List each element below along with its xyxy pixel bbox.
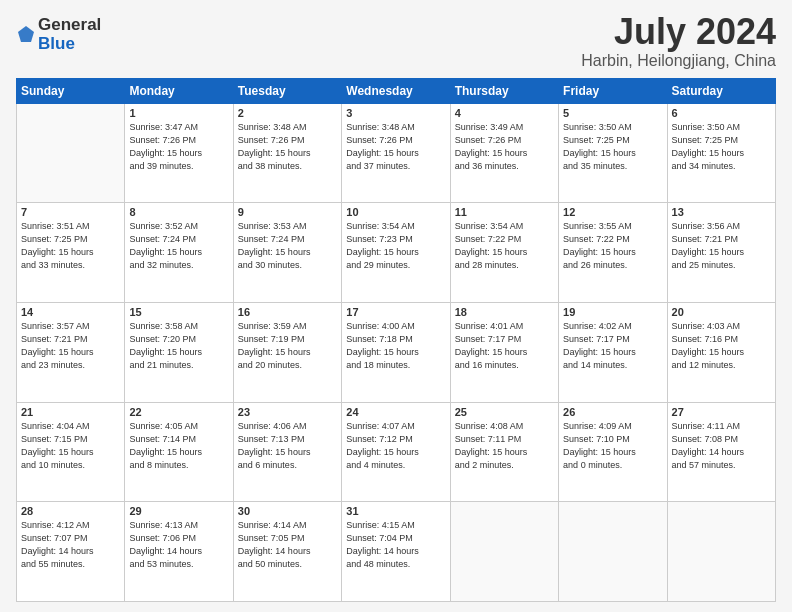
week-row-4: 21Sunrise: 4:04 AMSunset: 7:15 PMDayligh… bbox=[17, 402, 776, 502]
logo-blue: Blue bbox=[38, 35, 101, 54]
day-number: 4 bbox=[455, 107, 554, 119]
day-info: Sunrise: 3:47 AMSunset: 7:26 PMDaylight:… bbox=[129, 121, 228, 173]
day-info: Sunrise: 4:01 AMSunset: 7:17 PMDaylight:… bbox=[455, 320, 554, 372]
calendar-cell: 23Sunrise: 4:06 AMSunset: 7:13 PMDayligh… bbox=[233, 402, 341, 502]
day-number: 26 bbox=[563, 406, 662, 418]
calendar-cell: 8Sunrise: 3:52 AMSunset: 7:24 PMDaylight… bbox=[125, 203, 233, 303]
day-info: Sunrise: 3:50 AMSunset: 7:25 PMDaylight:… bbox=[563, 121, 662, 173]
day-number: 19 bbox=[563, 306, 662, 318]
day-info: Sunrise: 3:50 AMSunset: 7:25 PMDaylight:… bbox=[672, 121, 771, 173]
day-info: Sunrise: 4:14 AMSunset: 7:05 PMDaylight:… bbox=[238, 519, 337, 571]
weekday-header-friday: Friday bbox=[559, 78, 667, 103]
week-row-3: 14Sunrise: 3:57 AMSunset: 7:21 PMDayligh… bbox=[17, 302, 776, 402]
day-number: 8 bbox=[129, 206, 228, 218]
calendar-cell: 5Sunrise: 3:50 AMSunset: 7:25 PMDaylight… bbox=[559, 103, 667, 203]
day-number: 12 bbox=[563, 206, 662, 218]
calendar-table: SundayMondayTuesdayWednesdayThursdayFrid… bbox=[16, 78, 776, 602]
day-info: Sunrise: 4:00 AMSunset: 7:18 PMDaylight:… bbox=[346, 320, 445, 372]
day-info: Sunrise: 3:59 AMSunset: 7:19 PMDaylight:… bbox=[238, 320, 337, 372]
day-info: Sunrise: 4:09 AMSunset: 7:10 PMDaylight:… bbox=[563, 420, 662, 472]
calendar-cell: 18Sunrise: 4:01 AMSunset: 7:17 PMDayligh… bbox=[450, 302, 558, 402]
day-info: Sunrise: 3:49 AMSunset: 7:26 PMDaylight:… bbox=[455, 121, 554, 173]
day-number: 27 bbox=[672, 406, 771, 418]
day-info: Sunrise: 3:52 AMSunset: 7:24 PMDaylight:… bbox=[129, 220, 228, 272]
week-row-2: 7Sunrise: 3:51 AMSunset: 7:25 PMDaylight… bbox=[17, 203, 776, 303]
calendar-cell: 27Sunrise: 4:11 AMSunset: 7:08 PMDayligh… bbox=[667, 402, 775, 502]
day-info: Sunrise: 4:11 AMSunset: 7:08 PMDaylight:… bbox=[672, 420, 771, 472]
header: General Blue July 2024 Harbin, Heilongji… bbox=[16, 12, 776, 70]
week-row-5: 28Sunrise: 4:12 AMSunset: 7:07 PMDayligh… bbox=[17, 502, 776, 602]
day-number: 18 bbox=[455, 306, 554, 318]
day-info: Sunrise: 3:55 AMSunset: 7:22 PMDaylight:… bbox=[563, 220, 662, 272]
calendar-cell: 13Sunrise: 3:56 AMSunset: 7:21 PMDayligh… bbox=[667, 203, 775, 303]
day-number: 14 bbox=[21, 306, 120, 318]
day-info: Sunrise: 3:54 AMSunset: 7:23 PMDaylight:… bbox=[346, 220, 445, 272]
calendar-cell: 12Sunrise: 3:55 AMSunset: 7:22 PMDayligh… bbox=[559, 203, 667, 303]
day-info: Sunrise: 4:02 AMSunset: 7:17 PMDaylight:… bbox=[563, 320, 662, 372]
calendar-cell: 22Sunrise: 4:05 AMSunset: 7:14 PMDayligh… bbox=[125, 402, 233, 502]
weekday-header-tuesday: Tuesday bbox=[233, 78, 341, 103]
day-info: Sunrise: 3:54 AMSunset: 7:22 PMDaylight:… bbox=[455, 220, 554, 272]
calendar-cell: 26Sunrise: 4:09 AMSunset: 7:10 PMDayligh… bbox=[559, 402, 667, 502]
day-info: Sunrise: 4:03 AMSunset: 7:16 PMDaylight:… bbox=[672, 320, 771, 372]
calendar-cell: 7Sunrise: 3:51 AMSunset: 7:25 PMDaylight… bbox=[17, 203, 125, 303]
calendar-cell: 25Sunrise: 4:08 AMSunset: 7:11 PMDayligh… bbox=[450, 402, 558, 502]
calendar-cell: 30Sunrise: 4:14 AMSunset: 7:05 PMDayligh… bbox=[233, 502, 341, 602]
title-block: July 2024 Harbin, Heilongjiang, China bbox=[581, 12, 776, 70]
calendar-cell: 17Sunrise: 4:00 AMSunset: 7:18 PMDayligh… bbox=[342, 302, 450, 402]
calendar-cell bbox=[667, 502, 775, 602]
day-info: Sunrise: 4:06 AMSunset: 7:13 PMDaylight:… bbox=[238, 420, 337, 472]
day-number: 6 bbox=[672, 107, 771, 119]
day-info: Sunrise: 4:07 AMSunset: 7:12 PMDaylight:… bbox=[346, 420, 445, 472]
day-number: 16 bbox=[238, 306, 337, 318]
calendar-page: General Blue July 2024 Harbin, Heilongji… bbox=[0, 0, 792, 612]
calendar-cell: 2Sunrise: 3:48 AMSunset: 7:26 PMDaylight… bbox=[233, 103, 341, 203]
week-row-1: 1Sunrise: 3:47 AMSunset: 7:26 PMDaylight… bbox=[17, 103, 776, 203]
day-number: 5 bbox=[563, 107, 662, 119]
day-number: 17 bbox=[346, 306, 445, 318]
calendar-cell: 19Sunrise: 4:02 AMSunset: 7:17 PMDayligh… bbox=[559, 302, 667, 402]
weekday-header-monday: Monday bbox=[125, 78, 233, 103]
day-info: Sunrise: 3:51 AMSunset: 7:25 PMDaylight:… bbox=[21, 220, 120, 272]
calendar-cell: 21Sunrise: 4:04 AMSunset: 7:15 PMDayligh… bbox=[17, 402, 125, 502]
calendar-cell: 15Sunrise: 3:58 AMSunset: 7:20 PMDayligh… bbox=[125, 302, 233, 402]
day-number: 10 bbox=[346, 206, 445, 218]
calendar-cell: 31Sunrise: 4:15 AMSunset: 7:04 PMDayligh… bbox=[342, 502, 450, 602]
calendar-cell: 20Sunrise: 4:03 AMSunset: 7:16 PMDayligh… bbox=[667, 302, 775, 402]
day-info: Sunrise: 3:53 AMSunset: 7:24 PMDaylight:… bbox=[238, 220, 337, 272]
day-number: 21 bbox=[21, 406, 120, 418]
calendar-cell: 28Sunrise: 4:12 AMSunset: 7:07 PMDayligh… bbox=[17, 502, 125, 602]
calendar-cell: 29Sunrise: 4:13 AMSunset: 7:06 PMDayligh… bbox=[125, 502, 233, 602]
calendar-cell bbox=[17, 103, 125, 203]
logo-icon bbox=[16, 24, 36, 46]
day-info: Sunrise: 3:57 AMSunset: 7:21 PMDaylight:… bbox=[21, 320, 120, 372]
calendar-cell: 11Sunrise: 3:54 AMSunset: 7:22 PMDayligh… bbox=[450, 203, 558, 303]
day-info: Sunrise: 4:15 AMSunset: 7:04 PMDaylight:… bbox=[346, 519, 445, 571]
svg-marker-0 bbox=[18, 26, 34, 42]
day-info: Sunrise: 4:08 AMSunset: 7:11 PMDaylight:… bbox=[455, 420, 554, 472]
day-info: Sunrise: 4:05 AMSunset: 7:14 PMDaylight:… bbox=[129, 420, 228, 472]
day-info: Sunrise: 4:13 AMSunset: 7:06 PMDaylight:… bbox=[129, 519, 228, 571]
day-number: 24 bbox=[346, 406, 445, 418]
day-number: 2 bbox=[238, 107, 337, 119]
day-number: 30 bbox=[238, 505, 337, 517]
calendar-cell: 16Sunrise: 3:59 AMSunset: 7:19 PMDayligh… bbox=[233, 302, 341, 402]
weekday-header-row: SundayMondayTuesdayWednesdayThursdayFrid… bbox=[17, 78, 776, 103]
day-number: 31 bbox=[346, 505, 445, 517]
calendar-cell: 10Sunrise: 3:54 AMSunset: 7:23 PMDayligh… bbox=[342, 203, 450, 303]
calendar-cell: 1Sunrise: 3:47 AMSunset: 7:26 PMDaylight… bbox=[125, 103, 233, 203]
month-title: July 2024 bbox=[581, 12, 776, 52]
day-number: 25 bbox=[455, 406, 554, 418]
logo-general: General bbox=[38, 16, 101, 35]
calendar-cell: 6Sunrise: 3:50 AMSunset: 7:25 PMDaylight… bbox=[667, 103, 775, 203]
day-number: 20 bbox=[672, 306, 771, 318]
day-number: 7 bbox=[21, 206, 120, 218]
weekday-header-saturday: Saturday bbox=[667, 78, 775, 103]
day-number: 3 bbox=[346, 107, 445, 119]
calendar-cell: 3Sunrise: 3:48 AMSunset: 7:26 PMDaylight… bbox=[342, 103, 450, 203]
day-info: Sunrise: 3:48 AMSunset: 7:26 PMDaylight:… bbox=[346, 121, 445, 173]
day-number: 23 bbox=[238, 406, 337, 418]
day-number: 29 bbox=[129, 505, 228, 517]
day-info: Sunrise: 3:58 AMSunset: 7:20 PMDaylight:… bbox=[129, 320, 228, 372]
calendar-cell: 14Sunrise: 3:57 AMSunset: 7:21 PMDayligh… bbox=[17, 302, 125, 402]
